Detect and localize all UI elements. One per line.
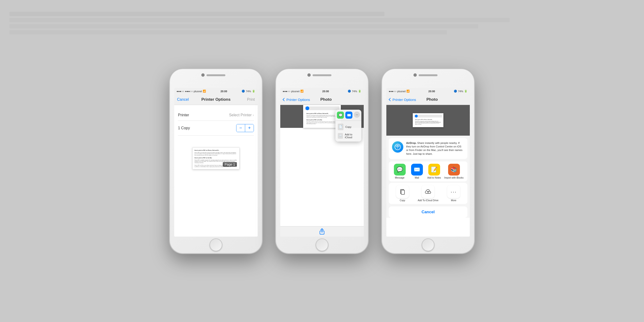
phone2-copy-label: Copy <box>345 126 352 128</box>
p3-doc-body: Print to PDF is an easy way to preserve … <box>415 121 441 125</box>
battery-level: 74% <box>246 90 251 93</box>
share-actions-grid: Copy Add To iCloud Drive ··· M <box>389 183 468 204</box>
action-icloud[interactable]: Add To iCloud Drive <box>418 185 438 202</box>
home-button-3[interactable] <box>422 238 434 251</box>
p2-wifi: 📶 <box>300 90 304 93</box>
share-apps-grid: 💬 Message ✉️ Mail 📝 Add to Notes 📚 Impor… <box>389 161 468 181</box>
cancel-button-3[interactable]: Cancel <box>389 206 468 218</box>
phone2-copy-icon[interactable]: 📄 <box>338 124 344 130</box>
printer-label: Printer <box>178 113 189 117</box>
phone2-doc: How to print to PDF on iPhone, iPad and … <box>303 105 341 128</box>
status-left: ●●●○○ ●●●○○ plusnet 📶 <box>176 90 206 93</box>
phone-2: ●●●○○ plusnet 📶 20:00 🔵 74% 🔋 Printer Op… <box>276 69 368 253</box>
svg-rect-3 <box>401 190 404 194</box>
copy-stepper[interactable]: − + <box>236 124 254 132</box>
back-button-3[interactable]: Printer Options <box>389 98 416 102</box>
phone-2-top <box>276 69 368 88</box>
notes-label: Add to Notes <box>427 176 441 179</box>
app-mail[interactable]: ✉️ Mail <box>410 164 424 179</box>
minus-button[interactable]: − <box>236 124 245 132</box>
notes-icon: 📝 <box>428 164 440 175</box>
phone-2-camera <box>308 73 311 77</box>
airdrop-section: AirDrop. Share instantly with people nea… <box>389 138 468 159</box>
phone-2-speaker <box>312 74 332 76</box>
home-button-1[interactable] <box>210 238 222 251</box>
phone-2-bottom <box>276 237 368 253</box>
phone-2-navbar: Printer Options Photo <box>280 95 364 105</box>
app-ibooks[interactable]: 📚 Import with iBooks <box>444 164 464 179</box>
wifi-icon: 📶 <box>203 90 206 93</box>
copy-row: 1 Copy − + <box>178 121 254 136</box>
p3-mini-doc: How to print to PDF on iPhone, iPad and … <box>413 113 444 127</box>
phone2-cloud-label: Add to iCloud <box>345 133 359 139</box>
doc-preview: How to print to PDF on iPhone, iPad and … <box>192 147 240 170</box>
icloud-icon <box>422 185 434 198</box>
p3-battery-icon: 🔋 <box>464 90 468 93</box>
airdrop-icon <box>392 141 403 153</box>
phone-3-status-bar: ●●●○○ plusnet 📶 20:00 🔵 74% 🔋 <box>386 88 470 95</box>
printer-value: Select Printer › <box>229 113 254 117</box>
phone-2-screen: ●●●○○ plusnet 📶 20:00 🔵 74% 🔋 Printer Op… <box>280 88 364 237</box>
print-button[interactable]: Print <box>241 97 255 102</box>
phone-3-navbar: Printer Options Photo <box>386 95 470 105</box>
phones-container: ●●●○○ ●●●○○ plusnet 📶 20:00 🔵 74% 🔋 Canc… <box>0 0 644 322</box>
copy-label: 1 Copy <box>178 126 190 130</box>
phone-1-navbar: Cancel Printer Options Print <box>174 95 258 105</box>
share-button[interactable] <box>320 228 324 234</box>
p2-bt: 🔵 <box>348 90 351 93</box>
phone2-mail-icon[interactable]: ✉️ <box>345 112 352 119</box>
plus-button[interactable]: + <box>245 124 254 132</box>
phone-1-bottom <box>170 237 262 253</box>
p3-time: 20:00 <box>428 90 435 93</box>
p3-wifi: 📶 <box>406 90 410 93</box>
share-button-bar <box>280 226 364 237</box>
mail-label: Mail <box>415 176 419 179</box>
doc-avatar <box>306 106 309 110</box>
cancel-button[interactable]: Cancel <box>177 97 191 102</box>
phone-3-top <box>382 69 474 88</box>
message-icon: 💬 <box>394 164 406 175</box>
status-time: 20:00 <box>220 90 227 93</box>
carrier-name: ●●●○○ plusnet <box>185 90 202 93</box>
p2-battery-icon: 🔋 <box>358 90 361 93</box>
phone-1-screen: ●●●○○ ●●●○○ plusnet 📶 20:00 🔵 74% 🔋 Canc… <box>174 88 258 237</box>
printer-row[interactable]: Printer Select Printer › <box>178 110 254 121</box>
printer-options-content: Printer Select Printer › 1 Copy − + <box>174 105 258 140</box>
phone2-share-sheet: 💬 ✉️ ··· 📄 Copy ☁️ Add to iCloud <box>336 110 361 142</box>
phone-3: ●●●○○ plusnet 📶 20:00 🔵 74% 🔋 Printer Op… <box>382 69 474 253</box>
carrier-signal: ●●●○○ <box>176 90 184 93</box>
copy-icon <box>396 185 409 198</box>
bluetooth-icon: 🔵 <box>242 90 245 93</box>
action-more[interactable]: ··· More <box>446 185 461 202</box>
battery-icon: 🔋 <box>252 90 255 93</box>
phone-1-speaker <box>206 74 225 76</box>
p3-carrier: ●●●○○ plusnet <box>389 90 406 93</box>
icloud-label: Add To iCloud Drive <box>418 199 438 202</box>
chevron-icon: › <box>253 113 254 117</box>
phone2-more-icon[interactable]: ··· <box>354 112 360 118</box>
nav-title: Printer Options <box>191 97 241 102</box>
phone2-message-icon[interactable]: 💬 <box>337 112 344 119</box>
doc-body: Print to PDF is an easy way to preserve … <box>194 152 237 156</box>
phone-3-screen: ●●●○○ plusnet 📶 20:00 🔵 74% 🔋 Printer Op… <box>386 88 470 237</box>
more-label: More <box>451 199 456 202</box>
phone-1-status-bar: ●●●○○ ●●●○○ plusnet 📶 20:00 🔵 74% 🔋 <box>174 88 258 95</box>
share-icon <box>320 228 324 234</box>
message-label: Message <box>395 176 404 179</box>
doc-title: How to print to PDF on iPhone, iPad and … <box>194 150 237 151</box>
ibooks-label: Import with iBooks <box>444 176 464 179</box>
p3-chevron-left-icon <box>389 98 392 101</box>
doc-preview-container: How to print to PDF on iPhone, iPad and … <box>174 143 258 174</box>
home-button-2[interactable] <box>316 238 328 251</box>
p2-carrier: ●●●○○ plusnet <box>283 90 300 93</box>
phone-3-content: How to print to PDF on iPhone, iPad and … <box>386 105 470 218</box>
app-notes[interactable]: 📝 Add to Notes <box>427 164 441 179</box>
doc-subtitle: How to print to PDF on the Mac <box>194 157 237 159</box>
p3-nav-title: Photo <box>417 97 447 102</box>
p3-doc-title: How to print to PDF on iPhone, iPad and … <box>415 119 441 120</box>
phone2-cloud-icon[interactable]: ☁️ <box>338 133 343 139</box>
phone-1-top <box>170 69 262 88</box>
back-button-2[interactable]: Printer Options <box>283 98 310 102</box>
app-message[interactable]: 💬 Message <box>393 164 407 179</box>
action-copy[interactable]: Copy <box>395 185 410 202</box>
